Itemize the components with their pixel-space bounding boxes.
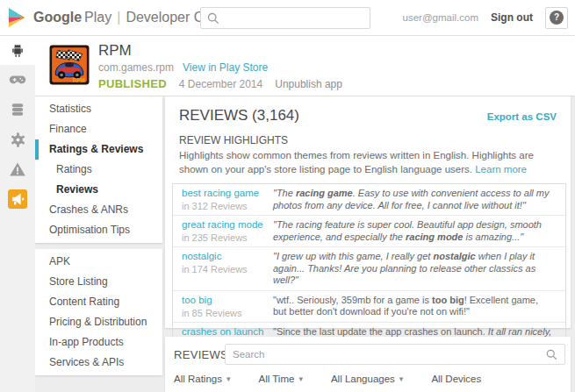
filter-label: All Ratings [174,374,222,384]
app-package: com.games.rpm [98,61,174,74]
app-package-row: com.games.rpmView in Play Store [98,61,268,74]
sidebar: StatisticsFinanceRatings & ReviewsRating… [35,96,162,375]
highlight-quote: "wtf.. Seriously, 359mb for a game is to… [266,295,565,318]
app-rail [0,35,35,392]
sidebar-item-optimisation-tips[interactable]: Optimisation Tips [35,220,162,240]
reviews-list-panel: REVIEWS All Ratings▾All Time▾All Languag… [165,337,571,392]
sidebar-item-pricing-distribution[interactable]: Pricing & Distribution [35,312,162,332]
chevron-down-icon: ▾ [399,375,404,383]
highlight-phrase-link[interactable]: best racing game [182,188,266,199]
highlight-quote: "The racing feature is super cool. Beaut… [266,219,565,243]
highlight-review-count: in 174 Reviews [182,264,266,274]
highlight-row-best-racing-game: best racing gamein 312 Reviews"The racin… [173,184,565,215]
sidebar-secondary-block: APKStore ListingContent RatingPricing & … [35,249,162,375]
filter-all-devices[interactable]: All Devices [431,374,481,384]
brand-play: Play [84,10,111,25]
sidebar-item-services-apis[interactable]: Services & APIs [35,353,162,373]
learn-more-link[interactable]: Learn more [475,164,527,175]
highlight-phrase-link[interactable]: too big [182,295,266,306]
highlight-review-count: in 235 Reviews [182,232,266,243]
filter-label: All Devices [431,374,481,384]
highlight-quote: "The racing game. Easy to use with conve… [266,188,565,211]
highlight-row-great-racing-mode: great racing modein 235 Reviews"The raci… [173,215,565,246]
reviews-search-input[interactable] [226,349,545,360]
highlight-left: nostalgicin 174 Reviews [173,251,266,287]
brand-google: Google [33,10,82,25]
gamepad-icon [9,72,26,88]
sidebar-item-finance[interactable]: Finance [35,119,162,139]
account-area: user@gmail.com Sign out ? [403,0,568,35]
highlight-left: great racing modein 235 Reviews [173,219,266,243]
reviews-panel: REVIEWS (3,164) Export as CSV REVIEW HIG… [165,96,571,328]
rail-item-coins[interactable] [0,95,35,125]
search-icon [206,11,220,25]
console-search-box [200,7,370,29]
app-name: RPM [98,42,132,60]
sidebar-primary-block: StatisticsFinanceRatings & ReviewsRating… [35,96,162,243]
export-as-csv-link[interactable]: Export as CSV [487,111,557,122]
svg-text:RPM: RPM [73,77,85,83]
user-email: user@gmail.com [403,12,478,23]
highlight-left: too bigin 85 Reviews [173,295,266,318]
review-highlights-heading: REVIEW HIGHLIGHTS [179,134,557,146]
highlight-row-too-big: too bigin 85 Reviews"wtf.. Seriously, 35… [173,290,565,322]
warning-icon [9,161,26,177]
rail-item-gamepad[interactable] [0,65,35,95]
reviews-search-box [225,344,565,365]
filter-bar: All Ratings▾All Time▾All Languages▾All D… [174,374,509,384]
brand-separator: | [117,10,120,25]
highlight-review-count: in 85 Reviews [182,308,266,318]
app-icon: RPM [49,45,90,85]
google-play-logo-icon [7,7,26,28]
highlight-phrase-link[interactable]: nostalgic [182,251,266,262]
app-header: RPM RPM com.games.rpmView in Play Store … [35,35,575,96]
reviews-panel-head: REVIEWS (3,164) Export as CSV REVIEW HIG… [165,96,571,176]
highlight-phrase-link[interactable]: great racing mode [182,219,266,231]
filter-label: All Time [259,374,295,384]
search-icon [545,348,558,361]
console-search-input[interactable] [220,10,370,26]
sidebar-item-crashes-anrs[interactable]: Crashes & ANRs [35,200,162,220]
sidebar-item-content-rating[interactable]: Content Rating [35,292,162,312]
coins-icon [9,102,26,118]
sidebar-item-apk[interactable]: APK [35,252,162,272]
status-badge: PUBLISHED [98,77,167,90]
highlight-quote: "I grew up with this game, I really get … [266,251,565,287]
chevron-down-icon: ▾ [298,375,303,383]
app-status-row: PUBLISHED4 December 2014Unpublish app [98,77,342,90]
rail-item-android[interactable] [0,35,35,65]
sidebar-item-reviews[interactable]: Reviews [35,180,162,200]
view-in-play-store-link[interactable]: View in Play Store [183,61,268,74]
chevron-down-icon: ▾ [226,375,231,383]
highlight-phrase-link[interactable]: crashes on launch [182,326,266,338]
sidebar-item-ratings-reviews[interactable]: Ratings & Reviews [35,139,162,160]
help-icon: ? [550,11,564,25]
publish-date: 4 December 2014 [179,78,262,90]
filter-all-languages[interactable]: All Languages▾ [331,374,403,384]
sidebar-item-store-listing[interactable]: Store Listing [35,272,162,292]
filter-all-ratings[interactable]: All Ratings▾ [174,374,231,384]
android-icon [9,42,26,59]
filter-all-time[interactable]: All Time▾ [259,374,303,384]
filter-label: All Languages [331,374,395,384]
top-bar: GooglePlay|Developer Console user@gmail.… [0,0,575,36]
highlight-left: best racing gamein 312 Reviews [173,188,266,211]
rail-item-warning[interactable] [0,154,35,184]
highlight-row-nostalgic: nostalgicin 174 Reviews"I grew up with t… [173,246,565,290]
rail-item-gear[interactable] [0,125,35,154]
sidebar-item-ratings[interactable]: Ratings [35,160,162,180]
sidebar-item-statistics[interactable]: Statistics [35,99,162,119]
unpublish-app-link[interactable]: Unpublish app [275,78,342,90]
highlight-review-count: in 312 Reviews [182,201,266,211]
help-button[interactable]: ? [545,7,568,29]
rail-item-megaphone[interactable] [0,184,35,214]
gear-icon [10,132,26,148]
sign-out-button[interactable]: Sign out [491,11,533,24]
megaphone-icon [8,189,27,209]
review-highlights-description: Highlights show common themes from revie… [179,149,557,176]
sidebar-item-in-app-products[interactable]: In-app Products [35,332,162,353]
reviews-section-label: REVIEWS [174,348,228,361]
